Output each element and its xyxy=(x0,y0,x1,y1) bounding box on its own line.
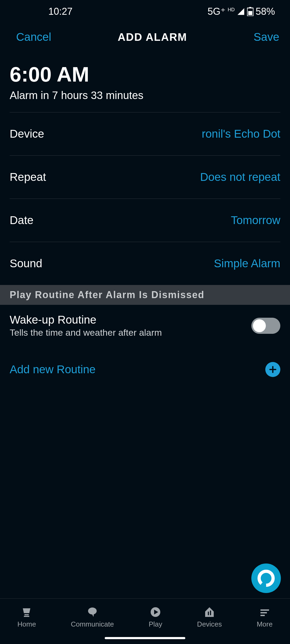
alarm-countdown: Alarm in 7 hours 33 minutes xyxy=(10,89,280,101)
svg-rect-11 xyxy=(260,612,267,613)
home-indicator[interactable] xyxy=(105,637,185,639)
row-sound[interactable]: Sound Simple Alarm xyxy=(0,242,290,285)
add-routine-label: Add new Routine xyxy=(10,363,96,376)
svg-point-3 xyxy=(259,571,273,585)
alexa-button[interactable] xyxy=(251,564,281,593)
svg-rect-4 xyxy=(24,614,29,615)
network-indicator: 5G⁺ xyxy=(208,6,226,17)
communicate-icon xyxy=(86,606,99,619)
row-device[interactable]: Device ronil's Echo Dot xyxy=(0,112,290,155)
status-bar: 10:27 5G⁺ HD 58% xyxy=(0,0,290,23)
row-value-sound: Simple Alarm xyxy=(214,257,280,270)
svg-rect-1 xyxy=(249,7,251,8)
page-title: ADD ALARM xyxy=(118,31,187,43)
devices-icon xyxy=(203,606,216,619)
nav-home-label: Home xyxy=(17,620,36,628)
cancel-button[interactable]: Cancel xyxy=(16,31,51,43)
alarm-time-section[interactable]: 6:00 AM Alarm in 7 hours 33 minutes xyxy=(0,54,290,112)
play-icon xyxy=(149,606,162,619)
nav-devices[interactable]: Devices xyxy=(197,606,222,628)
row-repeat[interactable]: Repeat Does not repeat xyxy=(0,156,290,199)
nav-home[interactable]: Home xyxy=(17,606,36,628)
svg-rect-2 xyxy=(248,11,252,15)
svg-point-6 xyxy=(88,608,97,614)
save-button[interactable]: Save xyxy=(253,31,279,43)
plus-icon xyxy=(265,362,280,377)
nav-devices-label: Devices xyxy=(197,620,222,628)
toggle-knob xyxy=(253,319,266,332)
row-value-repeat: Does not repeat xyxy=(200,171,280,184)
add-new-routine-row[interactable]: Add new Routine xyxy=(0,346,290,382)
row-date[interactable]: Date Tomorrow xyxy=(0,199,290,242)
svg-rect-9 xyxy=(210,610,211,615)
nav-communicate-label: Communicate xyxy=(71,620,114,628)
svg-rect-8 xyxy=(208,612,209,615)
alexa-icon xyxy=(258,570,275,587)
home-icon xyxy=(20,606,33,619)
row-value-date: Tomorrow xyxy=(231,214,280,227)
routine-title: Wake-up Routine xyxy=(10,313,162,326)
row-value-device: ronil's Echo Dot xyxy=(202,127,280,140)
hd-indicator: HD xyxy=(228,7,235,13)
row-label-repeat: Repeat xyxy=(10,171,46,184)
row-label-device: Device xyxy=(10,127,44,140)
nav-more[interactable]: More xyxy=(257,606,273,628)
routine-section-header: Play Routine After Alarm Is Dismissed xyxy=(0,285,290,305)
more-icon xyxy=(258,606,271,619)
signal-icon xyxy=(237,8,245,16)
wake-up-routine-row: Wake-up Routine Tells the time and weath… xyxy=(0,305,290,346)
row-label-sound: Sound xyxy=(10,257,42,270)
header: Cancel ADD ALARM Save xyxy=(0,23,290,54)
nav-play[interactable]: Play xyxy=(149,606,162,628)
svg-rect-10 xyxy=(260,609,269,611)
routine-toggle[interactable] xyxy=(251,318,280,334)
nav-play-label: Play xyxy=(149,620,162,628)
alarm-time: 6:00 AM xyxy=(10,62,280,87)
routine-subtitle: Tells the time and weather after alarm xyxy=(10,327,162,338)
status-right: 5G⁺ HD 58% xyxy=(208,6,275,17)
battery-percent: 58% xyxy=(256,6,275,17)
nav-more-label: More xyxy=(257,620,273,628)
battery-icon xyxy=(247,7,253,16)
nav-communicate[interactable]: Communicate xyxy=(71,606,114,628)
svg-rect-5 xyxy=(24,616,29,617)
row-label-date: Date xyxy=(10,214,34,227)
status-time: 10:27 xyxy=(48,6,73,17)
svg-rect-12 xyxy=(260,615,265,616)
